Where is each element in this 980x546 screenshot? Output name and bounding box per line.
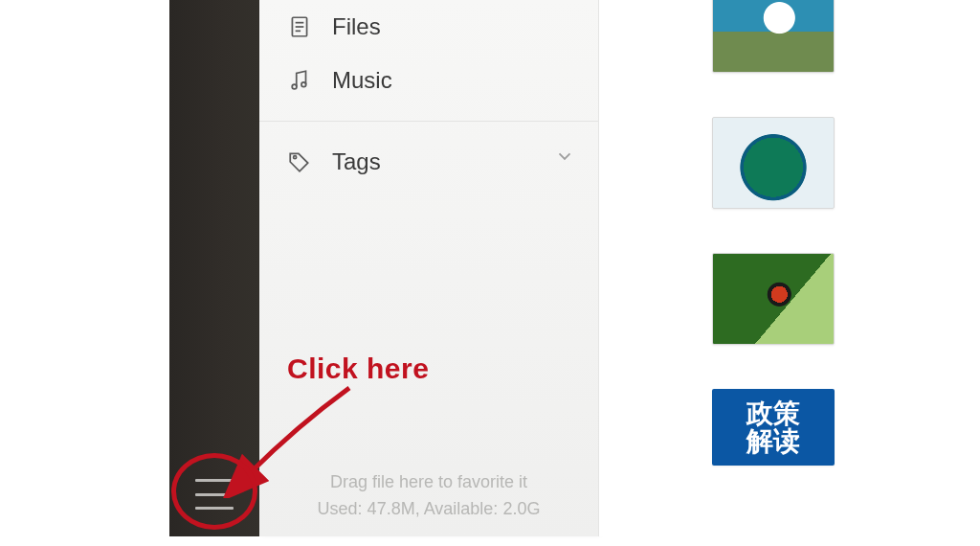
sidebar-item-files[interactable]: Files	[259, 0, 598, 54]
menu-button[interactable]	[195, 479, 234, 510]
sidebar-item-label: Music	[332, 67, 392, 94]
sidebar-section-tags[interactable]: Tags	[259, 122, 598, 189]
sidebar-item-music[interactable]: Music	[259, 54, 598, 107]
file-icon	[286, 13, 313, 40]
sidebar-section-label: Tags	[332, 148, 381, 175]
thumbnail-3[interactable]	[712, 253, 835, 345]
content-area: 政策 解读	[599, 0, 980, 536]
sidebar-item-label: Files	[332, 13, 381, 40]
favorite-drop-hint: Drag file here to favorite it	[269, 469, 589, 496]
thumbnail-2[interactable]	[712, 117, 835, 209]
svg-point-4	[292, 84, 297, 89]
app-rail	[169, 0, 259, 536]
svg-point-5	[301, 82, 306, 87]
music-icon	[286, 67, 313, 94]
sidebar-panel: Files Music Tags	[259, 0, 599, 536]
tag-icon	[286, 148, 313, 175]
thumbnail-4-text: 政策 解读	[746, 399, 800, 456]
sidebar-footer: Drag file here to favorite it Used: 47.8…	[259, 469, 598, 523]
chevron-down-icon	[554, 146, 575, 172]
svg-point-6	[294, 156, 297, 159]
thumbnail-1[interactable]	[712, 0, 835, 73]
thumbnail-4[interactable]: 政策 解读	[712, 389, 835, 466]
storage-status: Used: 47.8M, Available: 2.0G	[269, 496, 589, 523]
